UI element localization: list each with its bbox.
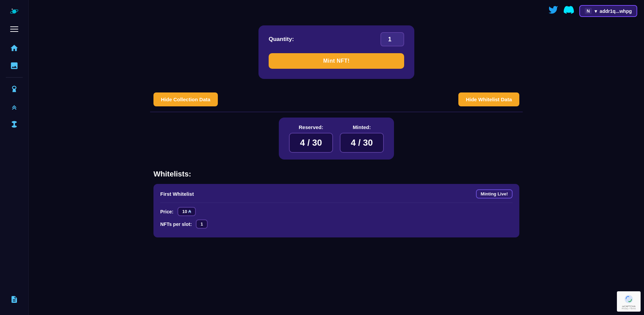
- whitelist-card-first: First Whitelist Minting Live! Price: 10 …: [153, 184, 519, 237]
- reserved-value: 4 / 30: [289, 133, 333, 153]
- price-label: Price:: [160, 209, 173, 214]
- price-value-box: 10 ₳: [178, 207, 196, 216]
- hamburger-menu[interactable]: [8, 23, 20, 35]
- header: N ▾ addr1q...whpg: [29, 0, 644, 22]
- main-content: Quantity: Mint NFT! Hide Collection Data…: [29, 22, 644, 315]
- sidebar-divider-1: [6, 77, 23, 78]
- sidebar-item-gallery[interactable]: [7, 58, 22, 73]
- mint-card: Quantity: Mint NFT!: [258, 25, 414, 79]
- nfts-per-slot-value-box: 1: [196, 219, 208, 229]
- sidebar-item-documents[interactable]: [7, 292, 22, 307]
- sidebar-bottom: [7, 292, 22, 311]
- whitelists-title: Whitelists:: [153, 170, 519, 178]
- quantity-input[interactable]: [380, 32, 404, 46]
- quantity-row: Quantity:: [269, 32, 404, 46]
- sidebar-item-boost[interactable]: [7, 99, 22, 114]
- wallet-button[interactable]: N ▾ addr1q...whpg: [579, 5, 637, 17]
- stats-card: Reserved: 4 / 30 Minted: 4 / 30: [279, 118, 394, 160]
- twitter-icon[interactable]: [548, 5, 558, 17]
- price-value: 10: [182, 209, 187, 214]
- hide-collection-data-button[interactable]: Hide Collection Data: [153, 92, 218, 106]
- buttons-row: Hide Collection Data Hide Whitelist Data: [150, 92, 523, 106]
- mint-nft-button[interactable]: Mint NFT!: [269, 53, 404, 69]
- recaptcha-privacy-terms: Privacy • Terms: [622, 308, 636, 310]
- price-field: Price: 10 ₳: [160, 207, 513, 216]
- minted-value: 4 / 30: [340, 133, 384, 153]
- logo[interactable]: [7, 4, 22, 19]
- wallet-dropdown-arrow: ▾: [595, 8, 597, 14]
- ada-symbol: ₳: [188, 209, 191, 214]
- recaptcha-box: reCAPTCHA Privacy • Terms: [617, 291, 641, 312]
- nfts-per-slot-value: 1: [201, 222, 203, 227]
- sidebar: [0, 0, 29, 315]
- hamburger-line-2: [10, 29, 18, 29]
- recaptcha-icon: [623, 294, 634, 304]
- reserved-stat: Reserved: 4 / 30: [289, 124, 333, 153]
- sidebar-item-special[interactable]: [7, 117, 22, 132]
- hamburger-line-1: [10, 26, 18, 27]
- recaptcha-label: reCAPTCHA: [622, 305, 636, 308]
- whitelist-name: First Whitelist: [160, 191, 194, 197]
- hide-whitelist-data-button[interactable]: Hide Whitelist Data: [458, 92, 519, 106]
- sidebar-item-forge[interactable]: [7, 82, 22, 97]
- wallet-address: addr1q...whpg: [600, 8, 632, 14]
- wallet-network-badge: N: [585, 8, 592, 14]
- nfts-per-slot-field: NFTs per slot: 1: [160, 219, 513, 229]
- svg-point-2: [12, 9, 13, 10]
- sidebar-item-home[interactable]: [7, 41, 22, 56]
- nfts-per-slot-label: NFTs per slot:: [160, 222, 192, 227]
- svg-point-5: [12, 125, 17, 128]
- hamburger-line-3: [10, 31, 18, 32]
- minting-live-badge: Minting Live!: [476, 189, 513, 198]
- discord-icon[interactable]: [564, 5, 574, 17]
- section-divider: [150, 112, 523, 112]
- minted-label: Minted:: [353, 124, 371, 130]
- minted-stat: Minted: 4 / 30: [340, 124, 384, 153]
- reserved-label: Reserved:: [299, 124, 324, 130]
- whitelist-card-header: First Whitelist Minting Live!: [160, 189, 513, 203]
- quantity-label: Quantity:: [269, 36, 294, 43]
- whitelists-section: Whitelists: First Whitelist Minting Live…: [150, 170, 523, 237]
